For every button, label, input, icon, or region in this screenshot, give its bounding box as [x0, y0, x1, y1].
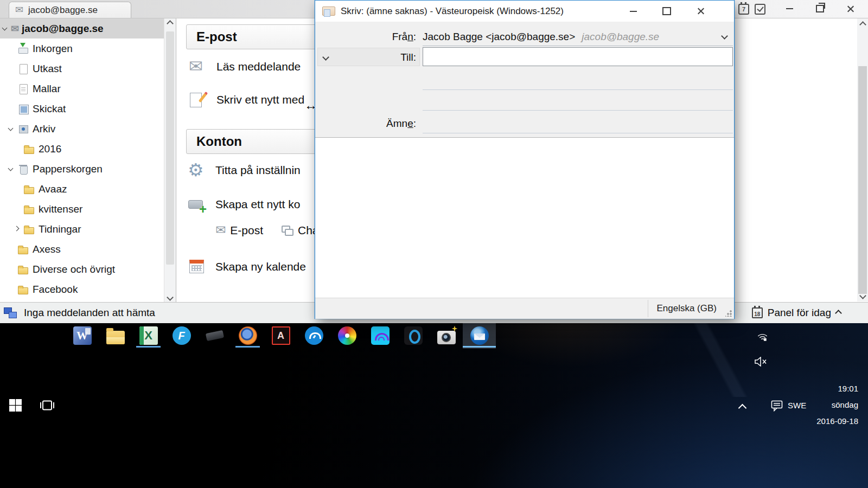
taskbar-button-excel[interactable] [132, 323, 165, 349]
opera-icon [404, 326, 423, 345]
taskbar-button-camera-app[interactable] [430, 323, 463, 349]
tray-overflow-chevron[interactable] [739, 403, 745, 413]
tasks-tab-button[interactable] [755, 4, 765, 15]
compose-maximize-button[interactable] [654, 1, 679, 22]
folder-row-kvittenser[interactable]: kvittenser [0, 199, 164, 219]
spellcheck-language[interactable]: Engelska (GB) [656, 303, 717, 314]
folder-row-mallar[interactable]: Mallar [0, 79, 164, 99]
taskbar-button-f-secure[interactable] [165, 323, 198, 349]
folder-row-axess[interactable]: Axess [0, 239, 164, 259]
folder-label: Arkiv [33, 123, 55, 135]
section-accounts-title: Konton [196, 134, 242, 149]
recipient-row-line[interactable] [423, 110, 733, 111]
storage-device-icon [206, 326, 224, 345]
from-dropdown-chevron-icon[interactable] [721, 33, 728, 40]
view-settings-link[interactable]: Titta på inställnin [188, 161, 301, 179]
message-body[interactable] [315, 137, 734, 298]
scroll-down-button[interactable] [164, 292, 176, 302]
expander-spacer [8, 266, 14, 273]
folder-row-tidningar[interactable]: Tidningar [0, 219, 164, 239]
compose-status-bar: Engelska (GB) [315, 298, 734, 319]
expander-icon[interactable] [2, 25, 8, 32]
taskbar-button-photo-app[interactable] [330, 323, 363, 349]
main-close-button[interactable] [838, 0, 863, 17]
volume-muted-icon[interactable] [755, 357, 768, 369]
email-account-label[interactable]: E-post [230, 224, 263, 237]
folder-label: Inkorgen [33, 43, 73, 55]
read-messages-link[interactable]: Läs meddelande [189, 57, 301, 76]
from-value: Jacob Bagge <jacob@bagge.se> [423, 31, 575, 42]
taskbar-button-freedome-vpn[interactable] [297, 323, 330, 349]
create-account-label: Skapa ett nytt ko [215, 198, 300, 211]
folder-icon [23, 203, 35, 215]
resize-grip[interactable] [725, 310, 732, 317]
taskbar-clock[interactable]: 19:01 söndag 2016-09-18 [816, 381, 858, 429]
minimize-icon [786, 8, 793, 9]
read-mail-icon [189, 57, 207, 76]
main-restore-button[interactable] [807, 0, 832, 17]
account-row[interactable]: jacob@bagge.se [0, 18, 164, 38]
scrollbar-thumb[interactable] [166, 31, 174, 265]
taskbar-button-firefox[interactable] [231, 323, 264, 349]
create-account-link[interactable]: Skapa ett nytt ko [188, 195, 300, 214]
compose-minimize-button[interactable] [621, 1, 646, 22]
mouse-cursor-resize-horizontal: ↔ [304, 98, 317, 113]
folder-label: Facebook [33, 284, 78, 296]
restore-icon [816, 5, 824, 12]
expander-icon[interactable] [8, 126, 14, 132]
new-account-icon [188, 195, 206, 214]
folder-pane-scrollbar[interactable] [164, 18, 176, 302]
scrollbar-thumb[interactable] [858, 66, 867, 294]
subject-input[interactable] [423, 133, 733, 133]
start-button[interactable] [9, 399, 22, 414]
calendar-icon: 7 [738, 4, 749, 15]
calendar-tab-button[interactable]: 7 [738, 4, 749, 15]
folder-row-diverse-och-vrigt[interactable]: Diverse och övrigt [0, 259, 164, 279]
chevron-down-icon [859, 292, 866, 299]
pane-divider[interactable] [176, 18, 176, 302]
expander-icon[interactable] [8, 166, 14, 172]
compose-close-button[interactable] [688, 1, 713, 22]
taskbar-button-word[interactable] [66, 323, 99, 349]
to-input[interactable] [423, 47, 733, 66]
wifi-icon[interactable] [756, 330, 769, 345]
folder-row-skickat[interactable]: Skickat [0, 99, 164, 119]
taskbar-buttons [66, 323, 496, 349]
notification-center-button[interactable] [770, 400, 783, 414]
keyboard-language-indicator[interactable]: SWE [788, 401, 806, 410]
section-email-title: E-post [196, 29, 237, 44]
tab-label: jacob@bagge.se [28, 5, 98, 16]
recipient-row-line[interactable] [423, 89, 733, 90]
compose-message-link[interactable]: Skriv ett nytt med [189, 91, 304, 109]
taskbar-button-file-explorer[interactable] [99, 323, 132, 349]
taskbar-button-storage-device[interactable] [198, 323, 231, 349]
folder-row-papperskorgen[interactable]: Papperskorgen [0, 159, 164, 179]
tasks-icon [755, 4, 765, 15]
from-selector[interactable]: Jacob Bagge <jacob@bagge.se>jacob@bagge.… [423, 31, 659, 43]
account-label: jacob@bagge.se [22, 23, 104, 35]
create-calendar-link[interactable]: Skapa ny kalende [188, 258, 306, 276]
folder-row-avaaz[interactable]: Avaaz [0, 179, 164, 199]
taskbar-button-opera[interactable] [397, 323, 430, 349]
task-view-button[interactable] [40, 400, 55, 413]
scroll-down-button[interactable] [857, 291, 868, 300]
folder-row-inkorgen[interactable]: Inkorgen [0, 38, 164, 59]
scroll-up-button[interactable] [164, 18, 176, 28]
status-message: Inga meddelanden att hämta [24, 307, 155, 319]
expander-icon[interactable] [14, 226, 20, 233]
content-scrollbar[interactable] [857, 18, 868, 301]
tab-account[interactable]: jacob@bagge.se [9, 2, 131, 18]
clock-day: söndag [816, 397, 858, 413]
taskbar-button-adobe-reader[interactable] [264, 323, 297, 349]
today-calendar-icon: 18 [752, 307, 763, 318]
taskbar-button-thunderbird[interactable] [463, 323, 496, 349]
today-pane-toggle[interactable]: 18 Panel för idag [752, 303, 841, 323]
folder-row-utkast[interactable]: Utkast [0, 59, 164, 79]
main-minimize-button[interactable] [777, 0, 802, 17]
folder-row-2016[interactable]: 2016 [0, 139, 164, 159]
compose-title-bar[interactable]: Skriv: (ämne saknas) - Västeuropeisk (Wi… [315, 1, 734, 22]
folder-row-facebook[interactable]: Facebook [0, 279, 164, 299]
folder-row-arkiv[interactable]: Arkiv [0, 119, 164, 139]
taskbar-button-wifi-analyzer[interactable] [363, 323, 397, 349]
scroll-up-button[interactable] [857, 20, 868, 29]
